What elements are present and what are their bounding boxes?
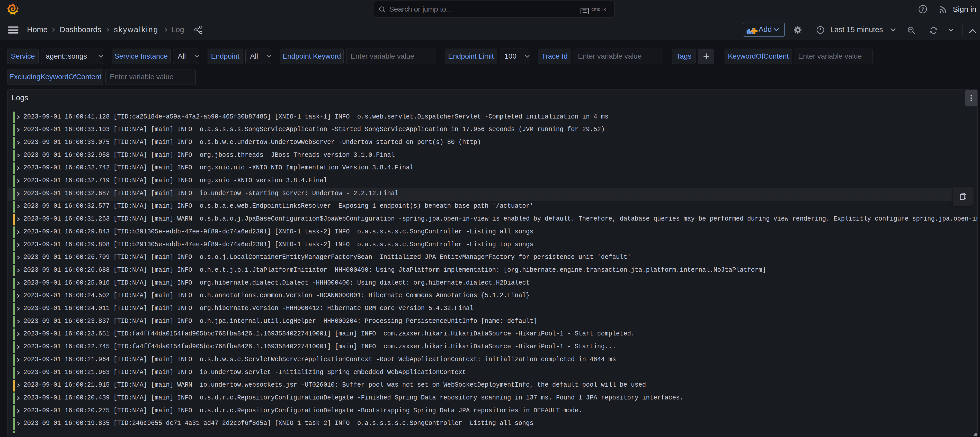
svg-text:?: ? [921,6,924,12]
